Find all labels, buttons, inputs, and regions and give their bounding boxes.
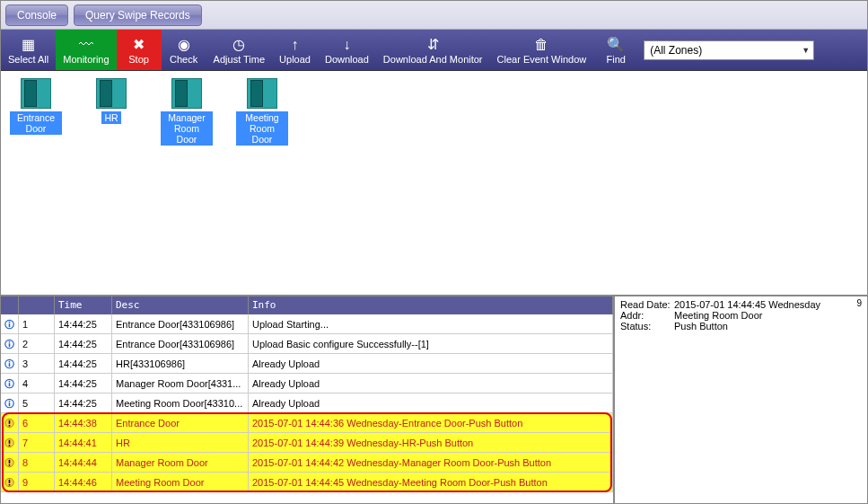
door-icon[interactable]: HR [85,78,137,124]
row-info: 2015-07-01 14:44:36 Wednesday-Entrance D… [249,413,613,432]
check-icon: ◉ [175,36,193,54]
row-info: 2015-07-01 14:44:39 Wednesday-HR-Push Bu… [249,433,613,452]
log-header: Time Desc Info [1,296,613,314]
row-time: 14:44:25 [55,374,112,393]
stop-icon: ✖ [130,36,148,54]
row-desc: Meeting Room Door[43310... [112,393,249,412]
monitoring-button[interactable]: 〰 Monitoring [56,30,116,70]
row-num: 3 [19,354,55,373]
row-num: 5 [19,393,55,412]
log-row[interactable]: 914:44:46Meeting Room Door2015-07-01 14:… [1,473,613,492]
stop-label: Stop [128,54,149,65]
clock-icon: ◷ [230,36,248,54]
svg-rect-5 [9,340,11,342]
row-info: Already Upload [249,393,613,412]
zone-select[interactable]: (All Zones) ▼ [644,40,814,60]
select-all-icon: ▦ [20,36,38,54]
select-all-button[interactable]: ▦ Select All [1,30,56,70]
svg-rect-14 [9,400,11,402]
adjust-time-label: Adjust Time [214,54,265,65]
warning-icon [1,413,19,432]
row-desc: Manager Room Door[4331... [112,374,249,393]
door-icon[interactable]: Manager Room Door [161,78,213,146]
svg-rect-10 [9,383,11,386]
row-info: Upload Basic configure Successfully--[1] [249,334,613,353]
warning-icon [1,473,19,491]
download-icon: ↓ [338,36,355,54]
row-desc: HR [112,433,249,452]
row-time: 14:44:25 [55,354,112,373]
find-button[interactable]: 🔍 Find [593,30,638,70]
log-row[interactable]: 214:44:25Entrance Door[433106986]Upload … [1,334,613,354]
stop-button[interactable]: ✖ Stop [117,30,162,70]
door-label: Manager Room Door [161,111,213,146]
log-row[interactable]: 714:44:41HR2015-07-01 14:44:39 Wednesday… [1,433,613,453]
row-num: 6 [19,413,55,432]
svg-rect-2 [9,321,11,323]
svg-rect-7 [9,363,11,367]
door-image-icon [171,78,202,109]
status-label: Status: [620,321,674,332]
row-time: 14:44:25 [55,393,112,412]
info-icon [1,393,19,412]
door-icon[interactable]: Entrance Door [10,78,62,135]
svg-rect-26 [9,483,11,485]
upload-label: Upload [279,54,311,65]
log-row[interactable]: 314:44:25HR[433106986]Already Upload [1,354,613,374]
event-log-panel: Time Desc Info 114:44:25Entrance Door[43… [1,296,615,503]
upload-icon: ↑ [286,36,304,54]
log-row[interactable]: 514:44:25Meeting Room Door[43310...Alrea… [1,393,613,413]
addr-value: Meeting Room Door [674,310,762,321]
adjust-time-button[interactable]: ◷ Adjust Time [206,30,272,70]
search-icon: 🔍 [607,36,625,54]
warning-icon [1,453,19,472]
row-desc: Entrance Door[433106986] [112,314,249,333]
svg-rect-1 [9,323,11,327]
row-time: 14:44:44 [55,453,112,472]
row-info: Already Upload [249,354,613,373]
row-info: Already Upload [249,374,613,393]
row-num: 2 [19,334,55,353]
log-row[interactable]: 814:44:44Manager Room Door2015-07-01 14:… [1,453,613,473]
svg-rect-16 [9,420,11,423]
download-button[interactable]: ↓ Download [318,30,376,70]
row-info: 2015-07-01 14:44:45 Wednesday-Meeting Ro… [249,473,613,491]
row-desc: Entrance Door[433106986] [112,334,249,353]
row-desc: Manager Room Door [112,453,249,472]
zone-select-value: (All Zones) [650,44,702,57]
log-body[interactable]: 114:44:25Entrance Door[433106986]Upload … [1,314,613,503]
download-and-monitor-button[interactable]: ⇵ Download And Monitor [376,30,490,70]
row-desc: Entrance Door [112,413,249,432]
row-time: 14:44:25 [55,314,112,333]
warning-icon [1,433,19,452]
header-desc[interactable]: Desc [112,296,249,314]
select-all-label: Select All [8,54,48,65]
door-label: HR [101,111,120,124]
row-num: 1 [19,314,55,333]
upload-button[interactable]: ↑ Upload [272,30,318,70]
log-row[interactable]: 414:44:25Manager Room Door[4331...Alread… [1,374,613,393]
row-time: 14:44:38 [55,413,112,432]
clear-event-window-button[interactable]: 🗑 Clear Event Window [490,30,594,70]
find-label: Find [607,54,626,65]
row-desc: Meeting Room Door [112,473,249,491]
query-swipe-records-button[interactable]: Query Swipe Records [74,4,202,26]
header-time[interactable]: Time [55,296,112,314]
row-num: 7 [19,433,55,452]
check-button[interactable]: ◉ Check [162,30,206,70]
row-info: 2015-07-01 14:44:42 Wednesday-Manager Ro… [249,453,613,472]
addr-label: Addr: [620,310,674,321]
svg-rect-4 [9,343,11,347]
log-row[interactable]: 114:44:25Entrance Door[433106986]Upload … [1,314,613,334]
log-row[interactable]: 614:44:38Entrance Door2015-07-01 14:44:3… [1,413,613,433]
download-monitor-label: Download And Monitor [383,54,483,65]
svg-rect-8 [9,360,11,362]
header-info[interactable]: Info [249,296,613,314]
info-icon [1,354,19,373]
row-time: 14:44:46 [55,473,112,491]
header-num [19,296,55,314]
svg-rect-11 [9,380,11,382]
door-icon[interactable]: Meeting Room Door [236,78,288,146]
svg-rect-20 [9,444,11,446]
console-button[interactable]: Console [5,4,68,26]
